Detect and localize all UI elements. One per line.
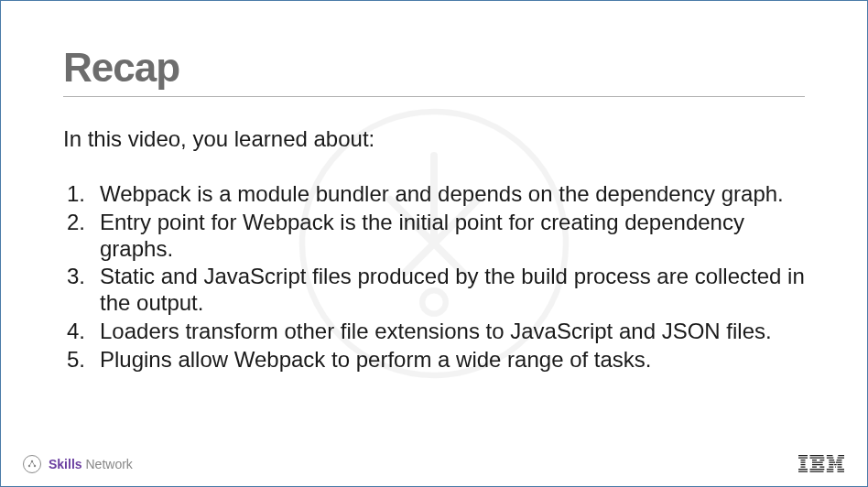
svg-line-6 [32, 461, 35, 466]
svg-rect-21 [812, 467, 817, 468]
svg-rect-32 [836, 462, 842, 463]
svg-rect-18 [819, 460, 824, 460]
svg-rect-13 [798, 469, 808, 470]
svg-rect-22 [819, 467, 824, 468]
svg-rect-34 [834, 464, 837, 465]
svg-rect-38 [838, 467, 842, 468]
svg-rect-39 [827, 469, 834, 470]
svg-rect-31 [829, 462, 835, 463]
svg-rect-23 [810, 469, 825, 470]
svg-rect-35 [838, 464, 842, 465]
svg-rect-40 [838, 469, 845, 470]
svg-rect-33 [829, 464, 833, 465]
recap-list: Webpack is a module bundler and depends … [63, 181, 805, 373]
brand-light: Network [82, 457, 133, 471]
list-item: Static and JavaScript files produced by … [100, 264, 805, 317]
svg-rect-37 [835, 467, 836, 468]
svg-rect-36 [829, 467, 833, 468]
brand-bold: Skills [49, 457, 82, 471]
ibm-logo [797, 455, 845, 473]
svg-rect-26 [838, 455, 844, 456]
svg-rect-14 [798, 471, 808, 472]
svg-rect-7 [798, 455, 808, 456]
svg-rect-25 [827, 455, 833, 456]
list-item: Loaders transform other file extensions … [100, 319, 805, 345]
svg-rect-28 [838, 458, 845, 459]
svg-rect-42 [838, 471, 845, 472]
svg-rect-17 [812, 460, 817, 460]
svg-line-5 [29, 461, 32, 466]
svg-rect-27 [827, 458, 834, 459]
svg-rect-20 [812, 464, 823, 465]
svg-rect-30 [837, 460, 842, 460]
svg-rect-29 [829, 460, 834, 460]
svg-rect-15 [810, 455, 824, 456]
intro-text: In this video, you learned about: [63, 126, 805, 152]
list-item: Plugins allow Webpack to perform a wide … [100, 347, 805, 373]
svg-rect-41 [827, 471, 834, 472]
svg-rect-11 [801, 464, 806, 465]
slide-title: Recap [63, 45, 805, 97]
list-item: Webpack is a module bundler and depends … [100, 181, 805, 208]
slide-footer: Skills Network [1, 455, 867, 473]
list-item: Entry point for Webpack is the initial p… [100, 210, 805, 263]
svg-rect-19 [812, 462, 823, 463]
footer-brand: Skills Network [49, 457, 133, 471]
svg-rect-8 [798, 458, 808, 459]
svg-rect-9 [801, 460, 806, 460]
footer-left: Skills Network [23, 455, 133, 473]
network-icon [23, 455, 41, 473]
svg-rect-16 [810, 458, 825, 459]
svg-rect-12 [801, 467, 806, 468]
slide-content: Recap In this video, you learned about: … [1, 1, 867, 373]
svg-rect-24 [810, 471, 824, 472]
svg-rect-10 [801, 462, 806, 463]
